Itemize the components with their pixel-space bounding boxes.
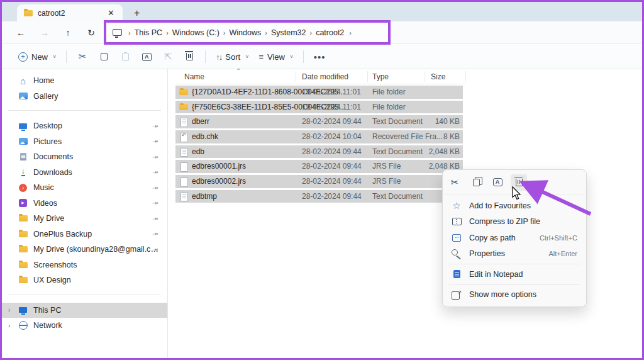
sort-button[interactable]: ↑↓ Sort ˅ (211, 48, 253, 65)
copy-button[interactable] (93, 48, 114, 65)
file-size: 8 KB (443, 132, 460, 141)
sidebar-item[interactable]: Desktop 📌︎ (2, 118, 167, 134)
sidebar-item[interactable]: OnePlus Backup 📌︎ (2, 227, 167, 242)
column-header-type[interactable]: Type (372, 72, 389, 81)
context-menu: ✂ A Add to Favourites (442, 169, 587, 307)
rename-menu-button[interactable]: A (489, 174, 506, 191)
sidebar-item-label: OnePlus Backup (33, 230, 92, 239)
file-row[interactable]: edbres00001.jrs 28-02-2024 09:44 JRS Fil… (175, 160, 463, 173)
menu-item[interactable]: Edit in Notepad (443, 266, 586, 283)
menu-item-wrap: Copy as path Ctrl+Shift+C (443, 230, 586, 246)
new-button[interactable]: + New ˅ (13, 48, 61, 65)
sidebar-item[interactable]: Documents 📌︎ (2, 149, 167, 165)
tab-bar: catroot2 ✕ + (2, 2, 642, 21)
tab-catroot2[interactable]: catroot2 ✕ (17, 4, 123, 21)
menu-item-wrap: Edit in Notepad (443, 264, 586, 283)
share-button[interactable]: ⇱ (157, 48, 179, 65)
file-type: JRS File (372, 177, 401, 186)
forward-button[interactable]: → (37, 26, 52, 40)
copy-menu-button[interactable] (468, 174, 484, 191)
menu-item[interactable]: Show more options (443, 287, 586, 303)
delete-button[interactable] (179, 48, 200, 65)
file-row[interactable]: edb.chk 28-02-2024 10:04 Recovered File … (175, 130, 463, 143)
menu-item[interactable]: Properties Alt+Enter (443, 246, 586, 262)
navigation-bar: ← → ↑ ↻ › This PC › Windows (C:) (2, 21, 642, 44)
cut-button[interactable]: ✂ (72, 48, 93, 65)
back-button[interactable]: ← (13, 26, 28, 40)
menu-item[interactable]: Compress to ZIP file (443, 214, 586, 230)
rename-button[interactable]: A (136, 48, 157, 65)
sidebar-item[interactable]: Music 📌︎ (2, 180, 167, 196)
file-icon (179, 192, 189, 201)
sidebar-item-label: Downloads (33, 168, 72, 177)
menu-item[interactable]: Copy as path Ctrl+Shift+C (443, 230, 586, 246)
breadcrumb-item[interactable]: This PC (135, 28, 162, 37)
pin-icon: 📌︎ (151, 229, 160, 239)
view-lines-icon: ≡ (258, 52, 264, 62)
file-type: JRS File (372, 162, 401, 171)
menu-item-icon (452, 217, 462, 227)
sidebar-item-icon (18, 137, 28, 146)
sidebar-item[interactable]: › This PC (2, 303, 167, 318)
sidebar-item[interactable]: Videos 📌︎ (2, 196, 167, 211)
file-date-modified: 28-02-2024 10:04 (302, 132, 362, 141)
sidebar-divider (8, 110, 161, 111)
column-header-size[interactable]: Size (431, 72, 445, 81)
trash-icon (186, 53, 193, 60)
view-button[interactable]: ≡ View ˅ (253, 48, 298, 65)
expand-chevron-icon[interactable]: › (8, 322, 10, 329)
scissors-icon: ✂ (79, 51, 87, 62)
cut-menu-button[interactable]: ✂ (447, 174, 463, 191)
chevron-right-icon: › (345, 29, 355, 37)
delete-menu-button[interactable] (511, 174, 527, 191)
sidebar-item[interactable]: Pictures 📌︎ (2, 134, 167, 150)
copy-icon (473, 179, 480, 186)
breadcrumb-item[interactable]: Windows (C:) (172, 28, 219, 37)
tab-close-icon[interactable]: ✕ (106, 8, 116, 18)
file-row[interactable]: dberr 28-02-2024 09:44 Text Document 140… (175, 115, 463, 128)
see-more-button[interactable]: ••• (309, 48, 330, 65)
file-date-modified: 28-02-2024 09:44 (302, 192, 362, 201)
up-button[interactable]: ↑ (60, 26, 75, 40)
scissors-icon: ✂ (451, 177, 459, 188)
file-type: Recovered File Fra... (372, 132, 443, 141)
sidebar-item[interactable]: › Network (2, 318, 167, 334)
expand-chevron-icon[interactable]: › (8, 307, 10, 313)
column-header-date[interactable]: Date modified (302, 72, 348, 81)
file-row[interactable]: edbtmp 28-02-2024 09:44 Text Document (175, 190, 463, 203)
column-header-name[interactable]: Name (184, 72, 204, 81)
sidebar-item[interactable]: My Drive (skoundinya28@gmail.com) 📌︎ (2, 242, 167, 257)
pin-icon: 📌︎ (151, 183, 160, 193)
file-row[interactable]: edbres00002.jrs 28-02-2024 09:44 JRS Fil… (175, 175, 463, 188)
paste-button[interactable] (114, 48, 136, 65)
menu-item-label: Edit in Notepad (469, 270, 577, 279)
file-name: edbres00001.jrs (192, 162, 246, 171)
file-row[interactable]: {127D0A1D-4EF2-11D1-8608-00C04FC295... 1… (175, 86, 463, 99)
file-row[interactable]: edb 28-02-2024 09:44 Text Document 2,048… (175, 145, 463, 159)
chevron-right-icon: › (125, 29, 135, 37)
sidebar-item[interactable]: Home (2, 73, 167, 89)
sidebar-item-icon (18, 229, 28, 239)
sidebar-item[interactable]: Gallery (2, 89, 167, 104)
file-date-modified: 19-01-2024 11:01 (302, 103, 361, 111)
sidebar-item[interactable]: Downloads 📌︎ (2, 165, 167, 181)
sidebar-item[interactable]: My Drive 📌︎ (2, 211, 167, 227)
sidebar-item[interactable]: UX Design 📌︎ (2, 273, 167, 288)
pin-icon: 📌︎ (151, 152, 160, 162)
new-tab-button[interactable]: + (134, 8, 140, 19)
chevron-down-icon: ˅ (290, 53, 293, 60)
menu-item-label: Add to Favourites (469, 201, 577, 210)
breadcrumb-item[interactable]: System32 (271, 28, 306, 37)
breadcrumb-item[interactable]: Windows (229, 28, 261, 37)
refresh-button[interactable]: ↻ (84, 26, 99, 40)
file-name: edbres00002.jrs (192, 177, 246, 186)
menu-item[interactable]: Add to Favourites (443, 198, 586, 214)
file-row[interactable]: {F750E6C3-38EE-11D1-85E5-00C04FC295... 1… (175, 101, 463, 114)
sidebar-item-label: Network (33, 321, 62, 330)
sidebar-item-icon (18, 91, 28, 101)
breadcrumb-item[interactable]: catroot2 (316, 28, 344, 37)
file-name: dberr (192, 117, 209, 126)
sidebar-item-label: This PC (33, 306, 61, 315)
file-date-modified: 28-02-2024 09:44 (302, 162, 362, 171)
sidebar-item[interactable]: Screenshots 📌︎ (2, 257, 167, 273)
